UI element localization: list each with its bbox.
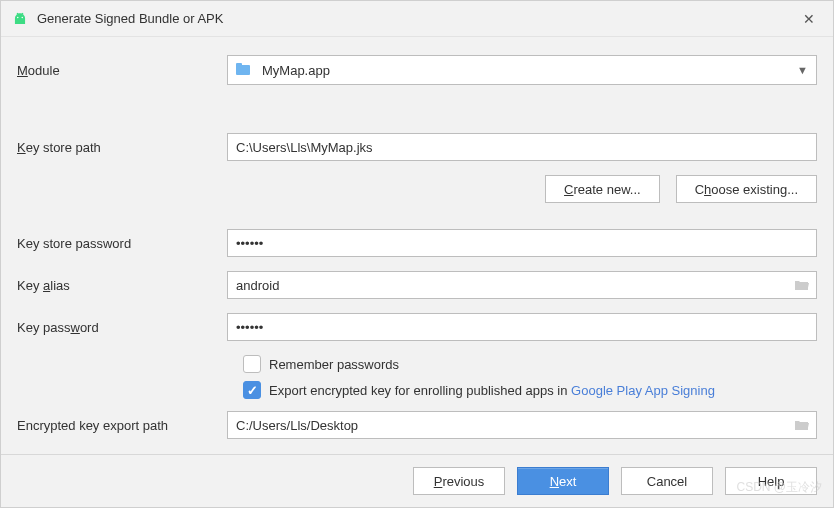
encrypted-export-path-input[interactable] <box>227 411 817 439</box>
next-button[interactable]: Next <box>517 467 609 495</box>
export-encrypted-checkbox[interactable] <box>243 381 261 399</box>
android-icon <box>11 10 29 28</box>
key-store-password-input[interactable] <box>227 229 817 257</box>
key-alias-input[interactable] <box>227 271 817 299</box>
module-icon <box>236 63 254 77</box>
cancel-button[interactable]: Cancel <box>621 467 713 495</box>
encrypted-export-path-label: Encrypted key export path <box>17 418 227 433</box>
key-alias-label: Key alias <box>17 278 227 293</box>
module-value: MyMap.app <box>262 63 797 78</box>
key-password-input[interactable] <box>227 313 817 341</box>
svg-point-0 <box>17 16 19 18</box>
previous-button[interactable]: Previous <box>413 467 505 495</box>
window-title: Generate Signed Bundle or APK <box>37 11 795 26</box>
remember-passwords-label: Remember passwords <box>269 357 399 372</box>
module-label: Module <box>17 63 227 78</box>
remember-passwords-checkbox[interactable] <box>243 355 261 373</box>
folder-open-icon[interactable] <box>793 278 811 292</box>
create-new-button[interactable]: Create new... <box>545 175 660 203</box>
chevron-down-icon: ▼ <box>797 64 808 76</box>
help-button[interactable]: Help <box>725 467 817 495</box>
google-play-signing-link[interactable]: Google Play App Signing <box>571 383 715 398</box>
svg-point-1 <box>22 16 24 18</box>
key-store-password-label: Key store password <box>17 236 227 251</box>
svg-rect-3 <box>236 63 242 67</box>
folder-open-icon[interactable] <box>793 418 811 432</box>
key-password-label: Key password <box>17 320 227 335</box>
export-encrypted-label: Export encrypted key for enrolling publi… <box>269 383 715 398</box>
close-icon[interactable]: ✕ <box>795 5 823 33</box>
choose-existing-button[interactable]: Choose existing... <box>676 175 817 203</box>
key-store-path-input[interactable] <box>227 133 817 161</box>
module-dropdown[interactable]: MyMap.app ▼ <box>227 55 817 85</box>
key-store-path-label: Key store path <box>17 140 227 155</box>
